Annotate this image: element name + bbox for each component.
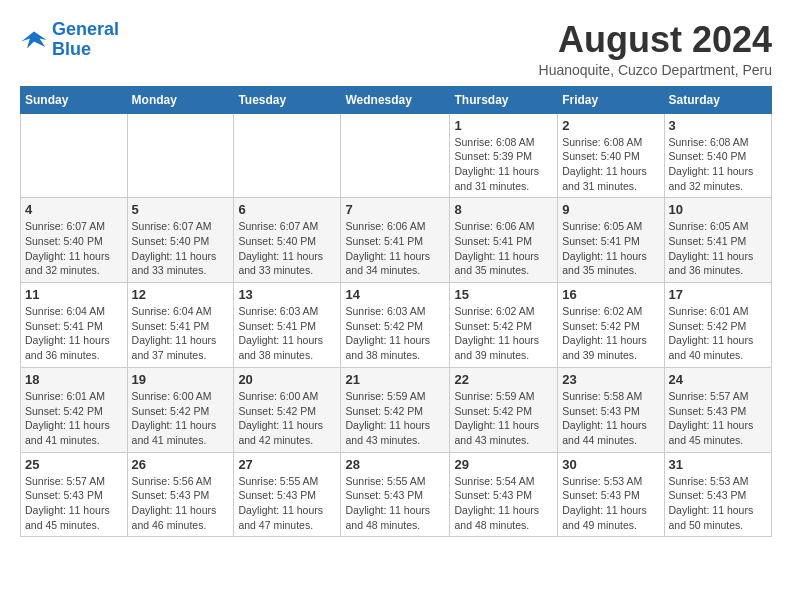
day-cell: 30Sunrise: 5:53 AM Sunset: 5:43 PM Dayli… xyxy=(558,452,664,537)
day-cell: 4Sunrise: 6:07 AM Sunset: 5:40 PM Daylig… xyxy=(21,198,128,283)
day-number: 4 xyxy=(25,202,123,217)
day-cell: 14Sunrise: 6:03 AM Sunset: 5:42 PM Dayli… xyxy=(341,283,450,368)
day-cell: 6Sunrise: 6:07 AM Sunset: 5:40 PM Daylig… xyxy=(234,198,341,283)
day-cell: 3Sunrise: 6:08 AM Sunset: 5:40 PM Daylig… xyxy=(664,113,771,198)
day-info: Sunrise: 6:00 AM Sunset: 5:42 PM Dayligh… xyxy=(132,389,230,448)
calendar-header-row: SundayMondayTuesdayWednesdayThursdayFrid… xyxy=(21,86,772,113)
day-number: 3 xyxy=(669,118,767,133)
col-header-friday: Friday xyxy=(558,86,664,113)
col-header-thursday: Thursday xyxy=(450,86,558,113)
day-cell: 25Sunrise: 5:57 AM Sunset: 5:43 PM Dayli… xyxy=(21,452,128,537)
page-header: General Blue August 2024 Huanoquite, Cuz… xyxy=(20,20,772,78)
location-title: Huanoquite, Cuzco Department, Peru xyxy=(539,62,772,78)
day-cell: 23Sunrise: 5:58 AM Sunset: 5:43 PM Dayli… xyxy=(558,367,664,452)
day-number: 10 xyxy=(669,202,767,217)
day-info: Sunrise: 6:00 AM Sunset: 5:42 PM Dayligh… xyxy=(238,389,336,448)
col-header-sunday: Sunday xyxy=(21,86,128,113)
day-cell xyxy=(234,113,341,198)
day-number: 15 xyxy=(454,287,553,302)
day-cell: 11Sunrise: 6:04 AM Sunset: 5:41 PM Dayli… xyxy=(21,283,128,368)
day-info: Sunrise: 6:01 AM Sunset: 5:42 PM Dayligh… xyxy=(669,304,767,363)
day-cell: 19Sunrise: 6:00 AM Sunset: 5:42 PM Dayli… xyxy=(127,367,234,452)
day-number: 18 xyxy=(25,372,123,387)
day-info: Sunrise: 6:06 AM Sunset: 5:41 PM Dayligh… xyxy=(345,219,445,278)
day-cell: 24Sunrise: 5:57 AM Sunset: 5:43 PM Dayli… xyxy=(664,367,771,452)
day-info: Sunrise: 5:56 AM Sunset: 5:43 PM Dayligh… xyxy=(132,474,230,533)
logo-bird-icon xyxy=(20,26,48,54)
day-number: 28 xyxy=(345,457,445,472)
calendar-table: SundayMondayTuesdayWednesdayThursdayFrid… xyxy=(20,86,772,538)
day-number: 13 xyxy=(238,287,336,302)
day-info: Sunrise: 6:01 AM Sunset: 5:42 PM Dayligh… xyxy=(25,389,123,448)
month-title: August 2024 xyxy=(539,20,772,60)
day-cell: 27Sunrise: 5:55 AM Sunset: 5:43 PM Dayli… xyxy=(234,452,341,537)
day-info: Sunrise: 6:07 AM Sunset: 5:40 PM Dayligh… xyxy=(238,219,336,278)
day-number: 21 xyxy=(345,372,445,387)
day-number: 29 xyxy=(454,457,553,472)
day-number: 1 xyxy=(454,118,553,133)
day-cell: 29Sunrise: 5:54 AM Sunset: 5:43 PM Dayli… xyxy=(450,452,558,537)
day-cell: 26Sunrise: 5:56 AM Sunset: 5:43 PM Dayli… xyxy=(127,452,234,537)
day-info: Sunrise: 6:04 AM Sunset: 5:41 PM Dayligh… xyxy=(25,304,123,363)
day-number: 25 xyxy=(25,457,123,472)
day-cell: 1Sunrise: 6:08 AM Sunset: 5:39 PM Daylig… xyxy=(450,113,558,198)
logo-line2: Blue xyxy=(52,39,91,59)
day-number: 12 xyxy=(132,287,230,302)
svg-marker-0 xyxy=(21,31,46,48)
day-info: Sunrise: 6:05 AM Sunset: 5:41 PM Dayligh… xyxy=(562,219,659,278)
day-info: Sunrise: 6:02 AM Sunset: 5:42 PM Dayligh… xyxy=(454,304,553,363)
day-number: 23 xyxy=(562,372,659,387)
day-info: Sunrise: 6:03 AM Sunset: 5:41 PM Dayligh… xyxy=(238,304,336,363)
week-row-3: 11Sunrise: 6:04 AM Sunset: 5:41 PM Dayli… xyxy=(21,283,772,368)
day-cell: 13Sunrise: 6:03 AM Sunset: 5:41 PM Dayli… xyxy=(234,283,341,368)
day-number: 16 xyxy=(562,287,659,302)
day-cell: 16Sunrise: 6:02 AM Sunset: 5:42 PM Dayli… xyxy=(558,283,664,368)
day-number: 31 xyxy=(669,457,767,472)
day-info: Sunrise: 5:57 AM Sunset: 5:43 PM Dayligh… xyxy=(669,389,767,448)
day-number: 19 xyxy=(132,372,230,387)
day-cell: 8Sunrise: 6:06 AM Sunset: 5:41 PM Daylig… xyxy=(450,198,558,283)
week-row-1: 1Sunrise: 6:08 AM Sunset: 5:39 PM Daylig… xyxy=(21,113,772,198)
day-number: 5 xyxy=(132,202,230,217)
day-info: Sunrise: 5:54 AM Sunset: 5:43 PM Dayligh… xyxy=(454,474,553,533)
day-cell: 22Sunrise: 5:59 AM Sunset: 5:42 PM Dayli… xyxy=(450,367,558,452)
day-cell: 21Sunrise: 5:59 AM Sunset: 5:42 PM Dayli… xyxy=(341,367,450,452)
col-header-saturday: Saturday xyxy=(664,86,771,113)
day-info: Sunrise: 6:05 AM Sunset: 5:41 PM Dayligh… xyxy=(669,219,767,278)
title-block: August 2024 Huanoquite, Cuzco Department… xyxy=(539,20,772,78)
day-info: Sunrise: 6:08 AM Sunset: 5:39 PM Dayligh… xyxy=(454,135,553,194)
day-cell: 5Sunrise: 6:07 AM Sunset: 5:40 PM Daylig… xyxy=(127,198,234,283)
logo-line1: General xyxy=(52,19,119,39)
day-cell: 12Sunrise: 6:04 AM Sunset: 5:41 PM Dayli… xyxy=(127,283,234,368)
day-info: Sunrise: 6:08 AM Sunset: 5:40 PM Dayligh… xyxy=(669,135,767,194)
col-header-tuesday: Tuesday xyxy=(234,86,341,113)
logo-text: General Blue xyxy=(52,20,119,60)
day-number: 17 xyxy=(669,287,767,302)
day-info: Sunrise: 5:58 AM Sunset: 5:43 PM Dayligh… xyxy=(562,389,659,448)
day-number: 22 xyxy=(454,372,553,387)
day-number: 8 xyxy=(454,202,553,217)
day-info: Sunrise: 5:59 AM Sunset: 5:42 PM Dayligh… xyxy=(454,389,553,448)
col-header-wednesday: Wednesday xyxy=(341,86,450,113)
day-info: Sunrise: 6:03 AM Sunset: 5:42 PM Dayligh… xyxy=(345,304,445,363)
logo: General Blue xyxy=(20,20,119,60)
day-info: Sunrise: 5:53 AM Sunset: 5:43 PM Dayligh… xyxy=(562,474,659,533)
day-number: 6 xyxy=(238,202,336,217)
day-cell: 10Sunrise: 6:05 AM Sunset: 5:41 PM Dayli… xyxy=(664,198,771,283)
day-number: 11 xyxy=(25,287,123,302)
day-info: Sunrise: 6:07 AM Sunset: 5:40 PM Dayligh… xyxy=(132,219,230,278)
day-number: 20 xyxy=(238,372,336,387)
day-cell: 28Sunrise: 5:55 AM Sunset: 5:43 PM Dayli… xyxy=(341,452,450,537)
day-cell: 2Sunrise: 6:08 AM Sunset: 5:40 PM Daylig… xyxy=(558,113,664,198)
day-info: Sunrise: 5:55 AM Sunset: 5:43 PM Dayligh… xyxy=(345,474,445,533)
day-info: Sunrise: 5:55 AM Sunset: 5:43 PM Dayligh… xyxy=(238,474,336,533)
day-cell xyxy=(341,113,450,198)
day-number: 24 xyxy=(669,372,767,387)
day-info: Sunrise: 6:06 AM Sunset: 5:41 PM Dayligh… xyxy=(454,219,553,278)
week-row-4: 18Sunrise: 6:01 AM Sunset: 5:42 PM Dayli… xyxy=(21,367,772,452)
day-info: Sunrise: 5:57 AM Sunset: 5:43 PM Dayligh… xyxy=(25,474,123,533)
day-info: Sunrise: 6:02 AM Sunset: 5:42 PM Dayligh… xyxy=(562,304,659,363)
day-info: Sunrise: 6:07 AM Sunset: 5:40 PM Dayligh… xyxy=(25,219,123,278)
day-cell: 15Sunrise: 6:02 AM Sunset: 5:42 PM Dayli… xyxy=(450,283,558,368)
day-cell: 18Sunrise: 6:01 AM Sunset: 5:42 PM Dayli… xyxy=(21,367,128,452)
